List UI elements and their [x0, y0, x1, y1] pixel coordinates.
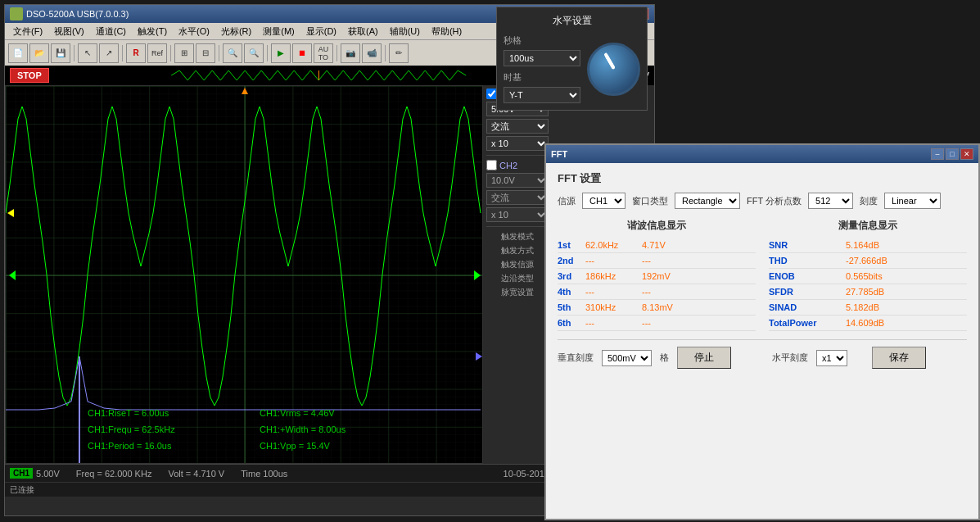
fft-source-select[interactable]: CH1 CH2	[582, 193, 625, 209]
fft-window-title: FFT	[551, 149, 567, 159]
toolbar-separator4	[219, 45, 219, 61]
timebase-label: 秒格	[504, 34, 580, 47]
menu-help[interactable]: 帮助(H)	[427, 24, 467, 39]
menu-trigger[interactable]: 触发(T)	[133, 24, 172, 39]
ch2-coupling-select[interactable]: 交流 直流	[486, 190, 549, 205]
fft-maximize-button[interactable]: □	[946, 148, 959, 160]
ch2-voltage-select[interactable]: 10.0V 5.00V	[486, 173, 549, 188]
harmonic-row-6: 6th --- ---	[558, 315, 756, 331]
ch2-probe-select[interactable]: x 10 x 1	[486, 207, 549, 222]
menu-acquire[interactable]: 获取(A)	[343, 24, 383, 39]
trigger-source-label: 触发信源	[486, 259, 549, 270]
menu-measure[interactable]: 测量(M)	[258, 24, 300, 39]
meas-vpp: CH1:Vpp = 15.4V	[260, 441, 330, 451]
menu-display[interactable]: 显示(D)	[301, 24, 341, 39]
knob-indicator	[603, 52, 615, 70]
harmonic-row-1: 1st 62.0kHz 4.71V	[558, 238, 756, 253]
meas-thd-row: THD -27.666dB	[769, 253, 967, 269]
meas-vrms: CH1:Vrms = 4.46V	[260, 408, 335, 418]
fft-bottom-controls: 垂直刻度 500mV 1V 200mV 格 停止 水平刻度 x1 x2 x4 保…	[558, 339, 967, 369]
ch1-badge: CH1	[10, 468, 33, 479]
horiz-controls: 秒格 100us 50us 200us 时基 Y-T X-Y	[504, 34, 580, 103]
window-title: DSO-5200A USB(7.0.0.3)	[26, 9, 129, 19]
fft-vert-scale-select[interactable]: 500mV 1V 200mV	[602, 350, 652, 366]
fft-scale-label: 刻度	[860, 195, 878, 207]
fft-title-bar: FFT – □ ✕	[546, 145, 978, 163]
meas-freq: CH1:Frequ = 62.5kHz	[88, 424, 175, 434]
fft-harmonic-table: 谐波信息显示 1st 62.0kHz 4.71V 2nd --- --- 3rd…	[558, 219, 756, 331]
fft-stop-button[interactable]: 停止	[677, 347, 731, 369]
ch1-probe-select[interactable]: x 10 x 1 x 100	[486, 136, 549, 151]
ch2-checkbox[interactable]	[486, 160, 497, 170]
record-button[interactable]: 📹	[362, 43, 382, 63]
zoom-out-button[interactable]: 🔍	[244, 43, 264, 63]
run-button[interactable]: ▶	[271, 43, 291, 63]
harmonic-row-5: 5th 310kHz 8.13mV	[558, 300, 756, 315]
horiz-panel-title: 水平设置	[504, 14, 640, 28]
cursor2-button[interactable]: ↗	[99, 43, 119, 63]
grid-button[interactable]: ⊞	[174, 43, 194, 63]
menu-file[interactable]: 文件(F)	[8, 24, 47, 39]
trigger-edge-label: 边沿类型	[486, 273, 549, 284]
menu-horiz[interactable]: 水平(O)	[174, 24, 215, 39]
menu-view[interactable]: 视图(V)	[49, 24, 89, 39]
pulse-label: 脉宽设置	[486, 287, 549, 298]
ref-button[interactable]: Ref	[147, 43, 167, 63]
fft-horiz-scale-select[interactable]: x1 x2 x4	[816, 350, 847, 366]
panel-divider1	[486, 155, 549, 156]
ch2-label: CH2	[499, 161, 517, 170]
r-button[interactable]: R	[126, 43, 146, 63]
ch1-bottom-indicator: CH1 5.00V	[10, 468, 60, 479]
fft-window-type-select[interactable]: Rectangle Hanning Hamming Blackman	[675, 193, 740, 209]
meas-sinad-row: SINAD 5.182dB	[769, 300, 967, 315]
fft-close-button[interactable]: ✕	[960, 148, 973, 160]
fft-points-select[interactable]: 512 1024 2048	[808, 193, 853, 209]
meas-snr-row: SNR 5.164dB	[769, 238, 967, 253]
trigger-mode-label: 触发模式	[486, 231, 549, 243]
stop-button[interactable]: ⏹	[292, 43, 312, 63]
fft-vert-scale-label: 垂直刻度	[558, 352, 594, 364]
fft-settings-row: 信源 CH1 CH2 窗口类型 Rectangle Hanning Hammin…	[558, 193, 967, 209]
menu-cursor[interactable]: 光标(R)	[216, 24, 256, 39]
fft-horiz-scale-label: 水平刻度	[772, 352, 808, 364]
menu-utility[interactable]: 辅助(U)	[385, 24, 425, 39]
mode-select[interactable]: Y-T X-Y	[504, 87, 580, 103]
open-button[interactable]: 📂	[29, 43, 49, 63]
menu-channel[interactable]: 通道(C)	[91, 24, 131, 39]
new-button[interactable]: 📄	[8, 43, 28, 63]
time-bottom: Time 100us	[241, 469, 287, 479]
timebase-select[interactable]: 100us 50us 200us	[504, 50, 580, 66]
fft-grid-label: 格	[660, 352, 669, 364]
math-button[interactable]: ✏	[389, 43, 409, 63]
fft-scale-select[interactable]: Linear dBVrms	[884, 193, 941, 209]
save-button[interactable]: 💾	[51, 43, 70, 63]
volt-bottom: Volt = 4.710 V	[168, 469, 224, 479]
connected-label: 已连接	[10, 484, 34, 496]
fft-save-button[interactable]: 保存	[872, 347, 926, 369]
fft-minimize-button[interactable]: –	[931, 148, 944, 160]
meas-enob-row: ENOB 0.565bits	[769, 269, 967, 284]
title-bar-left: DSO-5200A USB(7.0.0.3)	[10, 7, 129, 20]
fft-content: FFT 设置 信源 CH1 CH2 窗口类型 Rectangle Hanning…	[546, 163, 978, 519]
auto-button[interactable]: AUTO	[314, 43, 333, 63]
ch1-coupling-select[interactable]: 交流 直流 接地	[486, 119, 549, 134]
meas-pos-width: CH1:+Width = 8.00us	[260, 424, 345, 434]
toolbar-separator3	[170, 45, 171, 61]
grid2-button[interactable]: ⊟	[196, 43, 215, 63]
zoom-in-button[interactable]: 🔍	[223, 43, 242, 63]
fft-measurement-title: 测量信息显示	[769, 219, 967, 233]
fft-window-type-label: 窗口类型	[632, 195, 668, 207]
cursor-button[interactable]: ↖	[78, 43, 97, 63]
time-knob[interactable]	[587, 43, 640, 96]
fft-points-label: FFT 分析点数	[747, 195, 802, 207]
capture-button[interactable]: 📷	[341, 43, 360, 63]
fft-harmonic-title: 谐波信息显示	[558, 219, 756, 233]
scope-grid	[6, 86, 482, 463]
oscilloscope-canvas: CH1:RiseT = 6.00us CH1:Frequ = 62.5kHz C…	[5, 85, 483, 464]
harmonic-row-4: 4th --- ---	[558, 284, 756, 300]
meas-totalpower-row: TotalPower 14.609dB	[769, 315, 967, 331]
fft-source-label: 信源	[558, 195, 576, 207]
toolbar-separator6	[336, 45, 337, 61]
panel-divider2	[486, 226, 549, 227]
toolbar-separator2	[122, 45, 123, 61]
